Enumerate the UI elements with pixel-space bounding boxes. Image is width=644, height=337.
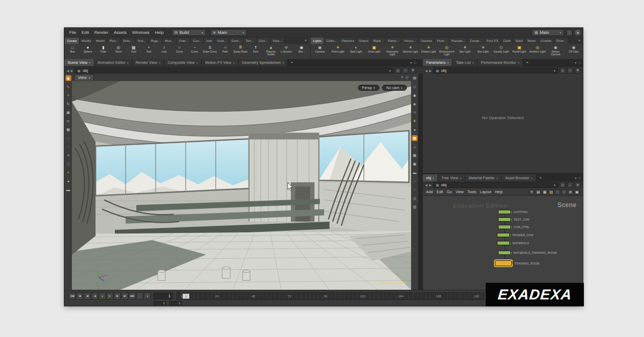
- shelf-tab[interactable]: Populat...: [449, 38, 467, 44]
- pane-tab[interactable]: Parameters▾: [423, 59, 452, 66]
- shelf-tool[interactable]: ○ Circle: [172, 44, 187, 60]
- back-icon[interactable]: ◀: [425, 69, 428, 72]
- pane-tab[interactable]: Scene View▾: [64, 59, 94, 66]
- pane-tab[interactable]: Geometry Spreadsheet×: [239, 59, 288, 66]
- pane-tab[interactable]: Animation Editor×: [94, 59, 133, 66]
- range-field[interactable]: 1: [169, 301, 182, 305]
- normals-icon[interactable]: ⊥: [412, 144, 418, 150]
- pane-tab-close-icon[interactable]: ×: [459, 177, 462, 180]
- network-display-icon[interactable]: ▤: [536, 189, 541, 195]
- forward-icon[interactable]: ▶: [71, 69, 74, 72]
- chevron-down-icon[interactable]: ▾: [389, 69, 391, 72]
- grid-icon[interactable]: ▦: [412, 152, 418, 158]
- chevron-down-icon[interactable]: ▾: [554, 69, 555, 72]
- range-field[interactable]: 1: [153, 301, 166, 305]
- step-forward-button[interactable]: |▶: [114, 292, 121, 299]
- network-zoom-icon[interactable]: ⊕: [568, 189, 573, 195]
- network-menu-item[interactable]: View: [456, 190, 464, 194]
- pane-tab[interactable]: Composite View×: [164, 59, 202, 66]
- projection-selector[interactable]: Persp▾: [358, 85, 379, 91]
- pin-icon[interactable]: ⊙: [395, 68, 401, 74]
- step-back-button[interactable]: ◀|: [84, 292, 91, 299]
- shelf-tool[interactable]: ◉ VR Cam: [565, 44, 583, 60]
- flipbook-icon[interactable]: ▬: [412, 170, 418, 175]
- play-button[interactable]: ▶: [106, 292, 113, 299]
- shelf-tool[interactable]: ~ Curve: [187, 44, 202, 60]
- shelf-tab[interactable]: Wires: [525, 38, 538, 44]
- node-body[interactable]: [498, 251, 511, 255]
- shelf-tab[interactable]: Solid: [513, 38, 525, 44]
- pane-tab[interactable]: Asset Browser×: [502, 174, 537, 181]
- current-frame-field[interactable]: 1: [153, 292, 173, 299]
- shelf-tab[interactable]: Mus...: [163, 38, 176, 44]
- pane-tab-close-icon[interactable]: ▾: [433, 176, 434, 180]
- shelf-tab[interactable]: Cloth: [501, 38, 513, 44]
- shelf-tool[interactable]: ◎ Ambient Light: [529, 44, 547, 60]
- shelf-tool[interactable]: ∩ Path: [217, 44, 232, 60]
- shelf-tab[interactable]: Pyro FX: [485, 38, 501, 44]
- render-region-icon[interactable]: ▬: [65, 187, 71, 193]
- shelf-tool[interactable]: ◉ Stereo Camera: [546, 44, 565, 60]
- node-materials-training-room[interactable]: MATERIALS_TRAINING_ROOM: [498, 251, 557, 255]
- menu-item[interactable]: Render: [92, 28, 111, 37]
- node-body[interactable]: [498, 225, 511, 229]
- view-tool-icon[interactable]: ◉: [65, 75, 71, 81]
- link-icon[interactable]: ∞: [402, 68, 408, 74]
- shelf-tool[interactable]: ☀ Geometry Light: [383, 44, 401, 60]
- shelf-tool[interactable]: ◉ Camera: [311, 44, 329, 60]
- filter-icon[interactable]: ▼: [575, 68, 581, 74]
- display-normals-icon[interactable]: ↑: [412, 187, 418, 193]
- network-canvas[interactable]: Education Edition Scene LIGHTING TEST_CA…: [423, 196, 583, 290]
- path-field[interactable]: ▦ obj ▾: [433, 182, 558, 188]
- shelf-tab[interactable]: Drive...: [554, 38, 569, 44]
- shelf-tab[interactable]: Grains: [357, 38, 371, 44]
- next-key-button[interactable]: ▶|: [121, 292, 128, 299]
- node-body[interactable]: [498, 217, 511, 222]
- node-test-cam[interactable]: TEST_CAM: [498, 217, 529, 222]
- pane-arrange-icon[interactable]: ↕: [566, 30, 573, 36]
- select-icon[interactable]: ↖: [65, 84, 71, 90]
- node-training-room[interactable]: TRAINING_ROOM: [495, 260, 539, 266]
- filter-icon[interactable]: ▼: [410, 68, 416, 74]
- add-pane-tab-button[interactable]: +: [537, 174, 545, 181]
- pane-tab[interactable]: Material Palette×: [465, 174, 502, 181]
- pane-tab[interactable]: Motion FX View×: [202, 59, 238, 66]
- menu-item[interactable]: Edit: [79, 28, 92, 37]
- shelf-tool[interactable]: ☀ Point Light: [329, 44, 347, 60]
- network-overview-icon[interactable]: ▣: [574, 189, 580, 195]
- edges-icon[interactable]: ≡: [65, 152, 71, 158]
- back-icon[interactable]: ◀: [425, 183, 428, 187]
- shelf-tool[interactable]: ◐ Spot Light: [347, 44, 365, 60]
- viewport-view-tab[interactable]: View ▾: [74, 74, 94, 80]
- shelf-tab[interactable]: Guid...: [229, 38, 244, 44]
- menu-item[interactable]: Windows: [129, 28, 152, 37]
- viewport-scene-render[interactable]: [72, 81, 411, 290]
- add-pane-tab-button[interactable]: +: [523, 59, 531, 66]
- shelf-tool[interactable]: ◇ Caustic Light: [492, 44, 510, 60]
- shelf-tab[interactable]: Fluid...: [435, 38, 449, 44]
- realtime-button[interactable]: ●: [144, 292, 151, 299]
- shelf-tab[interactable]: Defo...: [121, 38, 135, 44]
- menu-item[interactable]: Assets: [111, 28, 129, 37]
- keyframe-icon[interactable]: ●: [65, 178, 71, 184]
- shelf-tool[interactable]: ☀ Sky Light: [456, 44, 474, 60]
- pane-tab[interactable]: Take List×: [452, 59, 478, 66]
- pane-tab-close-icon[interactable]: ×: [472, 61, 474, 64]
- network-menu-item[interactable]: Help: [495, 190, 502, 194]
- shelf-tool[interactable]: S Draw Curve: [202, 44, 217, 60]
- pane-menu-icon[interactable]: ▾: [575, 61, 576, 64]
- playhead-marker[interactable]: 1: [182, 294, 189, 299]
- shelf-tab[interactable]: Model: [94, 38, 107, 44]
- network-menu-item[interactable]: Add: [426, 190, 433, 194]
- network-menu-item[interactable]: Tools: [467, 190, 476, 194]
- shelf-tab[interactable]: Crowds: [538, 38, 554, 44]
- node-body[interactable]: [498, 210, 511, 214]
- shelf-tab[interactable]: Clou...: [257, 38, 270, 44]
- timeline[interactable]: 124487296120144168192 1: [176, 292, 484, 300]
- points-icon[interactable]: ∴: [65, 144, 71, 150]
- menu-item[interactable]: File: [67, 28, 79, 37]
- pane-tab-close-icon[interactable]: ×: [282, 61, 284, 64]
- pane-tab-close-icon[interactable]: ×: [518, 61, 520, 64]
- visualizers-icon[interactable]: ◎: [412, 195, 418, 201]
- wireframe-icon[interactable]: ▦: [412, 135, 418, 141]
